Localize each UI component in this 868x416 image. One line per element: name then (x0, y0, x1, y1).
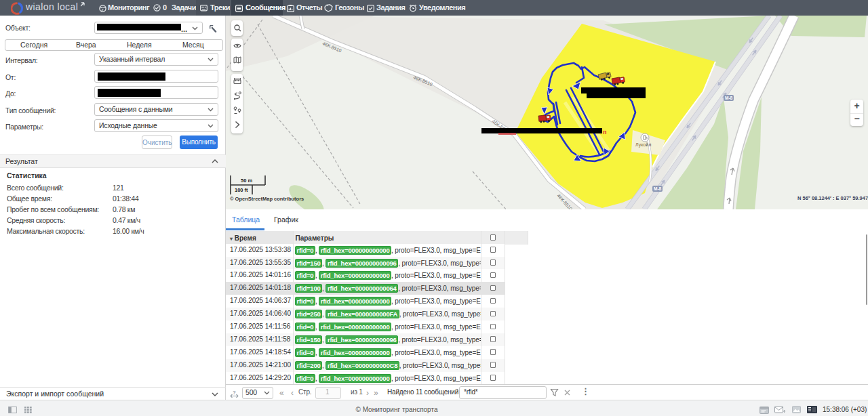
svg-text:© OpenStreetMap contributors: © OpenStreetMap contributors (230, 196, 304, 202)
svg-text:50 m: 50 m (241, 178, 252, 184)
svg-text:Лукойл: Лукойл (635, 142, 651, 148)
svg-text:N 56° 08.1244′ : E 037° 59.947: N 56° 08.1244′ : E 037° 59.9476′ (797, 195, 868, 201)
svg-text:М-8: М-8 (725, 96, 733, 100)
svg-text:М-8: М-8 (654, 186, 662, 191)
svg-text:?: ? (233, 390, 236, 396)
svg-text:100 ft: 100 ft (235, 187, 248, 193)
svg-text:п: п (603, 129, 606, 136)
